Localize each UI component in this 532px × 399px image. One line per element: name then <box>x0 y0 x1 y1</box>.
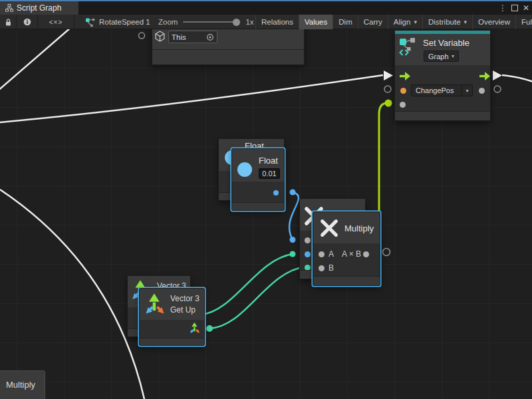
info-button[interactable] <box>17 15 38 29</box>
node-hint-multiply[interactable]: Multiply <box>0 370 45 399</box>
breadcrumb-label: RotateSpeed 1 <box>99 18 150 26</box>
values-button[interactable]: Values <box>299 15 332 29</box>
breadcrumb[interactable]: RotateSpeed 1 <box>81 15 150 29</box>
zoom-label: Zoom <box>158 18 178 26</box>
gameobject-cube-icon <box>154 31 166 42</box>
control-arrowhead-out <box>493 70 502 80</box>
wire-endpoint <box>206 325 213 332</box>
wire-vector3-to-multiply-a <box>201 254 293 315</box>
window-menu-button[interactable]: ⋮ <box>498 1 507 15</box>
input-port-connected-blue[interactable] <box>305 251 311 257</box>
node-title: Set Variable <box>423 38 469 48</box>
control-output-port[interactable] <box>479 71 491 81</box>
chevron-down-icon: ▾ <box>464 19 467 25</box>
control-arrowhead-in <box>384 70 393 80</box>
node-float[interactable]: Float 0.01 <box>231 148 285 211</box>
input-port-a[interactable] <box>305 237 311 243</box>
edit-source-button[interactable]: <×> <box>38 15 74 29</box>
wire-getup-to-multiply-b <box>209 267 306 329</box>
node-subtitle: Get Up <box>170 305 196 315</box>
variable-name-dropdown[interactable]: ChangePos ▾ <box>411 84 473 96</box>
float-output-port[interactable] <box>273 190 279 196</box>
variable-name-port[interactable] <box>400 88 406 94</box>
graph-breadcrumb-icon <box>85 17 95 27</box>
value-input-port[interactable] <box>400 102 406 108</box>
overview-button[interactable]: Overview <box>472 15 515 29</box>
wire-multiply-to-set-variable <box>379 103 387 229</box>
wire-white-upper <box>0 29 71 91</box>
vector3-icon <box>144 291 166 317</box>
graph-window-icon <box>5 4 13 12</box>
this-object-field[interactable]: This <box>168 31 217 43</box>
carry-button[interactable]: Carry <box>358 15 388 29</box>
graph-toolbar: <×> RotateSpeed 1 Zoom 1x Relations Valu… <box>0 15 532 29</box>
port-ring[interactable] <box>383 249 390 256</box>
set-variable-icon <box>398 37 417 57</box>
chevron-down-icon: ▾ <box>452 53 454 59</box>
port-ring[interactable] <box>139 33 145 39</box>
vector3-output-port[interactable] <box>189 321 201 334</box>
lock-button[interactable] <box>0 15 17 29</box>
node-title: Multiply <box>344 223 374 233</box>
object-picker-icon[interactable] <box>206 33 214 41</box>
info-icon <box>23 18 31 26</box>
zoom-slider[interactable] <box>183 21 240 23</box>
variable-scope-dropdown[interactable]: Graph ▾ <box>424 51 459 62</box>
align-dropdown[interactable]: Align▾ <box>388 15 422 29</box>
input-port-a[interactable] <box>319 251 325 257</box>
tab-label: Script Graph <box>17 3 61 13</box>
wire-float-to-multiply <box>289 192 299 239</box>
wire-endpoint <box>290 251 296 257</box>
tab-bar: Script Graph ⋮ ✕ <box>0 1 532 15</box>
node-title: Float <box>259 156 278 166</box>
tab-script-graph[interactable]: Script Graph <box>0 1 78 15</box>
wire-endpoint <box>290 237 296 243</box>
node-multiply[interactable]: Multiply A A × B B <box>313 211 380 286</box>
float-value-field[interactable]: 0.01 <box>259 168 280 179</box>
wire-control-out-of-set-variable <box>502 75 532 82</box>
node-this[interactable]: This <box>152 29 305 65</box>
port-ring[interactable] <box>494 86 501 92</box>
distribute-dropdown[interactable]: Distribute▾ <box>422 15 472 29</box>
lock-icon <box>5 18 12 27</box>
chevron-down-icon: ▾ <box>462 85 472 96</box>
multiply-x-icon <box>319 217 340 239</box>
port-ring[interactable] <box>384 86 391 92</box>
window-maximize-button[interactable] <box>509 1 521 15</box>
zoom-value: 1x <box>245 18 253 26</box>
dim-button[interactable]: Dim <box>332 15 357 29</box>
input-port-b[interactable] <box>319 265 325 271</box>
unity-script-graph-window: Script Graph ⋮ ✕ <×> <box>0 0 532 399</box>
wire-endpoint <box>385 100 392 107</box>
node-title: Vector 3 <box>170 294 200 303</box>
window-close-button[interactable]: ✕ <box>521 1 531 15</box>
chevron-down-icon: ▾ <box>414 19 417 25</box>
zoom-slider-knob[interactable] <box>233 19 240 26</box>
graph-canvas[interactable]: This Set Variable Graph ▾ <box>0 29 532 399</box>
node-vector3-get-up[interactable]: Vector 3 Get Up <box>139 288 205 346</box>
value-output-port[interactable] <box>479 88 485 94</box>
output-port-axb[interactable] <box>363 251 369 257</box>
fullscreen-button[interactable]: Full Screen <box>515 15 532 29</box>
control-input-port[interactable] <box>399 71 411 81</box>
code-icon: <×> <box>49 19 63 26</box>
node-set-variable[interactable]: Set Variable Graph ▾ ChangePos ▾ <box>394 30 491 121</box>
toolbar-button-group: Relations Values Dim Carry Align▾ Distri… <box>255 15 532 29</box>
wire-endpoint <box>290 190 296 196</box>
relations-button[interactable]: Relations <box>255 15 299 29</box>
wire-control-into-set-variable <box>0 75 383 122</box>
zoom-control: Zoom 1x <box>158 15 254 29</box>
wire-white-diagonal <box>0 190 144 399</box>
float-icon <box>237 162 252 177</box>
maximize-icon <box>511 5 518 11</box>
